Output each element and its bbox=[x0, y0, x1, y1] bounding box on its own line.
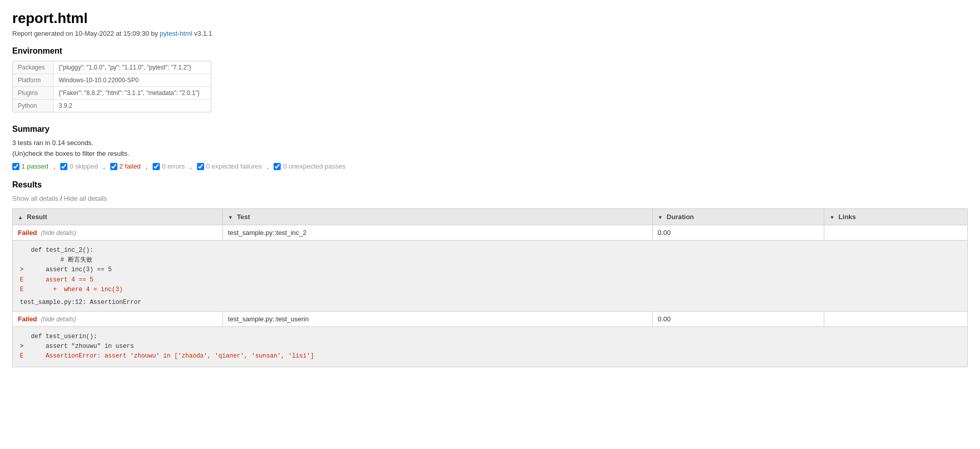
env-row: Plugins {"Faker": "8.8.2", "html": "3.1.… bbox=[13, 87, 211, 100]
results-table-body: Failed (hide details) test_sample.py::te… bbox=[13, 225, 968, 367]
filter-item-xpassed: 0 unexpected passes bbox=[274, 162, 346, 170]
filter-item-errors: 0 errors bbox=[153, 162, 185, 170]
filter-label-errors: 0 errors bbox=[162, 162, 185, 170]
summary-section: 3 tests ran in 0.14 seconds. (Un)check t… bbox=[12, 139, 968, 170]
filter-text: (Un)check the boxes to filter the result… bbox=[12, 150, 968, 157]
hide-all-details-link[interactable]: Hide all details bbox=[64, 195, 107, 202]
report-meta: Report generated on 10-May-2022 at 15:09… bbox=[12, 30, 968, 37]
col-header-result[interactable]: ▲ Result bbox=[13, 209, 223, 225]
env-key: Platform bbox=[13, 74, 54, 86]
filter-checkbox-failed[interactable] bbox=[110, 163, 117, 170]
result-cell: Failed (hide details) bbox=[13, 311, 223, 326]
filter-label-passed: 1 passed bbox=[21, 162, 48, 170]
environment-heading: Environment bbox=[12, 46, 968, 56]
env-val: Windows-10-10.0.22000-SP0 bbox=[54, 74, 144, 86]
env-row: Packages {"pluggy": "1.0.0", "py": "1.11… bbox=[13, 61, 211, 74]
summary-heading: Summary bbox=[12, 125, 968, 134]
filter-label-failed: 2 failed bbox=[119, 162, 141, 170]
filter-item-xfailed: 0 expected failures bbox=[197, 162, 262, 170]
env-key: Packages bbox=[13, 61, 54, 74]
filter-checkbox-passed[interactable] bbox=[12, 163, 19, 170]
result-row: Failed (hide details) test_sample.py::te… bbox=[13, 311, 968, 326]
show-all-details-link[interactable]: Show all details bbox=[12, 195, 58, 202]
env-val: {"Faker": "8.8.2", "html": "3.1.1", "met… bbox=[54, 87, 205, 99]
details-links: Show all details / Hide all details bbox=[12, 195, 968, 202]
filter-item-skipped: 0 skipped bbox=[60, 162, 98, 170]
test-cell: test_sample.py::test_inc_2 bbox=[223, 225, 652, 241]
env-key: Plugins bbox=[13, 87, 54, 99]
results-table-header: ▲ Result ▼ Test ▼ Duration ▼ Links bbox=[13, 209, 968, 225]
filter-item-failed: 2 failed bbox=[110, 162, 141, 170]
results-heading: Results bbox=[12, 180, 968, 190]
results-section: Show all details / Hide all details ▲ Re… bbox=[12, 195, 968, 367]
duration-cell: 0.00 bbox=[652, 311, 824, 326]
result-status: Failed bbox=[18, 315, 37, 323]
filter-checkbox-xfailed[interactable] bbox=[197, 163, 204, 170]
filter-item-passed: 1 passed bbox=[12, 162, 48, 170]
filter-row: 1 passed , 0 skipped , 2 failed , 0 erro… bbox=[12, 162, 968, 170]
detail-cell: def test_inc_2(): # 断言失败> assert inc(3) … bbox=[13, 241, 968, 312]
filter-label-xfailed: 0 expected failures bbox=[206, 162, 262, 170]
filter-label-skipped: 0 skipped bbox=[69, 162, 98, 170]
links-cell bbox=[824, 311, 968, 326]
detail-row: def test_inc_2(): # 断言失败> assert inc(3) … bbox=[13, 241, 968, 312]
stats-text: 3 tests ran in 0.14 seconds. bbox=[12, 139, 968, 147]
result-status: Failed bbox=[18, 229, 37, 237]
col-header-links[interactable]: ▼ Links bbox=[824, 209, 968, 225]
env-val: {"pluggy": "1.0.0", "py": "1.11.0", "pyt… bbox=[54, 61, 196, 74]
duration-cell: 0.00 bbox=[652, 225, 824, 241]
env-key: Python bbox=[13, 100, 54, 112]
filter-checkbox-skipped[interactable] bbox=[60, 163, 67, 170]
filter-label-xpassed: 0 unexpected passes bbox=[283, 162, 346, 170]
test-cell: test_sample.py::test_userin bbox=[223, 311, 652, 326]
pytest-html-link[interactable]: pytest-html bbox=[160, 30, 192, 37]
env-row: Platform Windows-10-10.0.22000-SP0 bbox=[13, 74, 211, 87]
links-cell bbox=[824, 225, 968, 241]
hide-details-link[interactable]: (hide details) bbox=[41, 229, 76, 237]
results-table: ▲ Result ▼ Test ▼ Duration ▼ Links Faile… bbox=[12, 208, 968, 367]
result-cell: Failed (hide details) bbox=[13, 225, 223, 241]
env-val: 3.9.2 bbox=[54, 100, 78, 112]
environment-table: Packages {"pluggy": "1.0.0", "py": "1.11… bbox=[12, 61, 211, 112]
col-header-duration[interactable]: ▼ Duration bbox=[652, 209, 824, 225]
filter-checkbox-errors[interactable] bbox=[153, 163, 160, 170]
detail-cell: def test_userin():> assert "zhouwu" in u… bbox=[13, 326, 968, 367]
env-row: Python 3.9.2 bbox=[13, 100, 211, 112]
col-header-test[interactable]: ▼ Test bbox=[223, 209, 652, 225]
filter-checkbox-xpassed[interactable] bbox=[274, 163, 281, 170]
hide-details-link[interactable]: (hide details) bbox=[41, 316, 76, 323]
result-row: Failed (hide details) test_sample.py::te… bbox=[13, 225, 968, 241]
detail-row: def test_userin():> assert "zhouwu" in u… bbox=[13, 326, 968, 367]
page-title: report.html bbox=[12, 10, 968, 27]
